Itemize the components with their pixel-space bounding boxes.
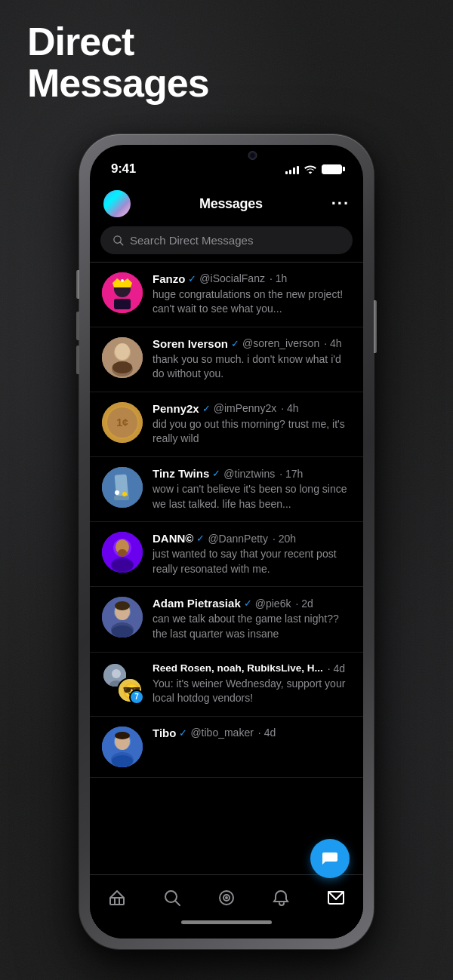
svg-line-1 bbox=[120, 242, 123, 245]
avatar-container bbox=[102, 532, 143, 573]
message-body: Reed Rosen, noah, RubiksLive, H... · 4d … bbox=[153, 662, 351, 706]
avatar-container bbox=[102, 467, 143, 508]
svg-point-25 bbox=[112, 559, 133, 571]
message-item[interactable]: Adam Pietrasiak ✓ @pie6k · 2d can we tal… bbox=[90, 587, 363, 652]
sender-name: Adam Pietrasiak bbox=[153, 597, 241, 610]
time-ago: · 2d bbox=[295, 598, 313, 610]
wifi-icon bbox=[304, 164, 316, 174]
message-body: Tibo ✓ @tibo_maker · 4d bbox=[153, 727, 351, 742]
compose-icon bbox=[321, 849, 339, 868]
status-icons bbox=[285, 164, 342, 174]
mail-icon bbox=[327, 889, 345, 907]
verified-badge: ✓ bbox=[179, 727, 187, 739]
avatar bbox=[102, 727, 143, 767]
home-icon bbox=[108, 889, 126, 907]
home-indicator bbox=[90, 911, 363, 932]
avatar-container bbox=[102, 727, 143, 767]
time-ago: · 17h bbox=[279, 468, 303, 480]
avatar-container: 1¢ bbox=[102, 402, 143, 443]
nav-messages[interactable] bbox=[318, 884, 354, 911]
message-preview: did you go out this morning? trust me, i… bbox=[153, 417, 351, 447]
nav-notifications[interactable] bbox=[263, 884, 299, 911]
svg-point-19 bbox=[115, 490, 119, 495]
time-ago: · 4d bbox=[258, 727, 276, 739]
sender-handle: @iSocialFanz bbox=[199, 272, 265, 284]
sender-handle: @tinztwins bbox=[223, 468, 275, 480]
verified-badge: ✓ bbox=[202, 403, 211, 414]
time-ago: · 1h bbox=[270, 272, 287, 284]
message-item[interactable]: DANN© ✓ @DannPetty · 20h just wanted to … bbox=[90, 522, 363, 587]
search-nav-icon bbox=[163, 889, 181, 907]
message-item[interactable]: 1¢ Penny2x ✓ @imPenny2x · 4h did you go … bbox=[90, 392, 363, 457]
message-preview: huge congratulations on the new project!… bbox=[153, 287, 351, 317]
message-item[interactable]: Soren Iverson ✓ @soren_iverson · 4h than… bbox=[90, 327, 363, 392]
nav-spaces[interactable] bbox=[208, 884, 245, 911]
avatar-container: 😎 7 bbox=[102, 662, 143, 703]
verified-badge: ✓ bbox=[188, 273, 196, 284]
message-preview: thank you so much. i don't know what i'd… bbox=[153, 352, 351, 382]
message-item[interactable]: Fanzo ✓ @iSocialFanz · 1h huge congratul… bbox=[90, 263, 363, 327]
svg-rect-18 bbox=[114, 496, 129, 500]
front-camera bbox=[248, 151, 257, 160]
time-ago: · 4h bbox=[281, 402, 298, 414]
phone-frame: 9:41 bbox=[79, 134, 374, 949]
avatar bbox=[102, 597, 143, 637]
verified-badge: ✓ bbox=[196, 533, 205, 544]
message-item[interactable]: Tinz Twins ✓ @tinztwins · 17h wow i can'… bbox=[90, 457, 363, 522]
sender-handle: @pie6k bbox=[255, 598, 291, 610]
message-body: Penny2x ✓ @imPenny2x · 4h did you go out… bbox=[153, 402, 351, 447]
nav-home[interactable] bbox=[99, 884, 135, 911]
bottom-nav bbox=[90, 874, 363, 939]
new-message-fab[interactable] bbox=[310, 839, 350, 878]
verified-badge: ✓ bbox=[244, 598, 252, 609]
message-preview: can we talk about the game last night?? … bbox=[153, 612, 351, 641]
svg-rect-4 bbox=[114, 299, 131, 309]
title-line1: Direct bbox=[27, 21, 209, 63]
nav-search[interactable] bbox=[154, 884, 190, 911]
search-placeholder: Search Direct Messages bbox=[130, 234, 253, 247]
svg-point-11 bbox=[112, 361, 132, 373]
avatar bbox=[102, 467, 143, 508]
more-options-button[interactable]: ··· bbox=[331, 194, 350, 214]
background-title: Direct Messages bbox=[27, 21, 209, 103]
notch bbox=[172, 145, 282, 166]
message-item[interactable]: 😎 7 Reed Rosen, noah, RubiksLive, H... ·… bbox=[90, 653, 363, 717]
message-body: Tinz Twins ✓ @tinztwins · 17h wow i can'… bbox=[153, 467, 351, 512]
search-bar[interactable]: Search Direct Messages bbox=[100, 226, 353, 254]
svg-point-6 bbox=[121, 279, 124, 282]
search-icon bbox=[112, 235, 124, 246]
message-body: Soren Iverson ✓ @soren_iverson · 4h than… bbox=[153, 337, 351, 382]
status-time: 9:41 bbox=[111, 161, 136, 177]
bell-icon bbox=[273, 889, 289, 907]
time-ago: · 4d bbox=[328, 662, 345, 674]
sender-handle: @soren_iverson bbox=[242, 337, 319, 349]
sender-name: Penny2x bbox=[153, 402, 199, 415]
svg-point-10 bbox=[115, 343, 130, 360]
header-title: Messages bbox=[199, 196, 263, 212]
message-item[interactable]: Tibo ✓ @tibo_maker · 4d bbox=[90, 717, 363, 778]
sender-name: Soren Iverson bbox=[153, 337, 228, 350]
message-body: Fanzo ✓ @iSocialFanz · 1h huge congratul… bbox=[153, 272, 351, 317]
svg-point-43 bbox=[115, 732, 130, 739]
spaces-icon bbox=[217, 889, 236, 907]
message-preview: just wanted to say that your recent post… bbox=[153, 547, 351, 576]
avatar bbox=[102, 272, 143, 313]
avatar-container bbox=[102, 272, 143, 313]
message-body: DANN© ✓ @DannPetty · 20h just wanted to … bbox=[153, 532, 351, 576]
time-ago: · 4h bbox=[324, 337, 341, 349]
svg-point-42 bbox=[112, 755, 133, 767]
verified-badge: ✓ bbox=[231, 338, 239, 349]
avatar bbox=[102, 337, 143, 378]
home-bar bbox=[181, 920, 272, 924]
sender-handle: @tibo_maker bbox=[190, 727, 253, 739]
avatar-container bbox=[102, 597, 143, 637]
verified-badge: ✓ bbox=[212, 468, 220, 479]
sender-handle: @imPenny2x bbox=[214, 402, 276, 414]
user-avatar[interactable] bbox=[103, 190, 131, 217]
messages-header: Messages ··· bbox=[90, 183, 363, 226]
svg-point-31 bbox=[112, 625, 133, 637]
svg-line-48 bbox=[175, 901, 180, 905]
sender-name: Reed Rosen, noah, RubiksLive, H... bbox=[153, 662, 323, 674]
messages-list: Fanzo ✓ @iSocialFanz · 1h huge congratul… bbox=[90, 263, 363, 875]
avatar-container bbox=[102, 337, 143, 378]
